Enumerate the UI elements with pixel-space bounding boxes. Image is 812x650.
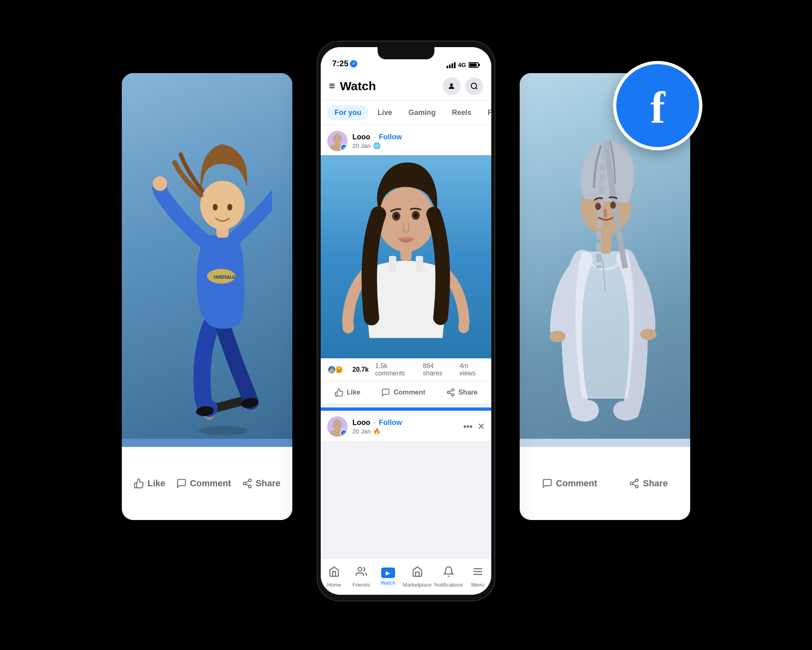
menu-icon[interactable]: ≡ bbox=[329, 80, 335, 92]
reactions-count: 20.7k bbox=[352, 366, 369, 373]
close-icon[interactable]: ✕ bbox=[477, 421, 485, 432]
svg-point-41 bbox=[333, 134, 342, 144]
comment-label-1: Comment bbox=[393, 388, 425, 396]
post-date-row-1: 20 Jan 🌐 bbox=[352, 142, 485, 150]
nav-item-marketplace[interactable]: Marketplace bbox=[403, 566, 432, 588]
friends-icon bbox=[356, 566, 367, 580]
nav-label-menu: Menu bbox=[471, 582, 485, 588]
profile-icon-button[interactable] bbox=[443, 77, 460, 95]
svg-line-56 bbox=[449, 390, 452, 392]
left-card-photo: YARDSALE bbox=[122, 73, 292, 439]
phone-notch bbox=[378, 47, 434, 59]
tab-live[interactable]: Live bbox=[370, 105, 400, 120]
left-comment-label: Comment bbox=[190, 478, 231, 489]
share-icon-1 bbox=[446, 388, 455, 397]
post-meta-2: Looo · Follow 20 Jan 🔥 bbox=[352, 418, 458, 435]
svg-line-29 bbox=[633, 481, 636, 483]
comment-icon-1 bbox=[381, 388, 390, 397]
svg-point-12 bbox=[213, 204, 218, 210]
right-comment-label: Comment bbox=[556, 478, 597, 489]
svg-point-27 bbox=[636, 485, 639, 488]
share-button-1[interactable]: Share bbox=[440, 384, 484, 401]
phone-shell: 7:25 ✓ 4G bbox=[317, 41, 495, 601]
reaction-icons-1: 👍 😆 bbox=[327, 365, 343, 374]
svg-line-17 bbox=[246, 484, 248, 486]
like-label-1: Like bbox=[347, 388, 361, 396]
svg-point-24 bbox=[610, 202, 616, 209]
app-header: ≡ Watch bbox=[321, 72, 491, 101]
svg-point-37 bbox=[450, 83, 453, 86]
svg-rect-31 bbox=[449, 65, 451, 68]
search-icon bbox=[470, 82, 478, 90]
post-actions-1: Like Comment Share bbox=[321, 381, 491, 403]
tab-following[interactable]: Following bbox=[480, 105, 491, 120]
tabs-row: For you Live Gaming Reels Following bbox=[321, 101, 491, 125]
nav-item-home[interactable]: Home bbox=[322, 566, 346, 588]
search-icon-button[interactable] bbox=[465, 77, 483, 95]
left-like-label: Like bbox=[147, 478, 165, 489]
svg-rect-45 bbox=[389, 256, 396, 272]
post-date-2: 20 Jan bbox=[352, 428, 371, 435]
app-title: Watch bbox=[340, 79, 443, 93]
svg-point-15 bbox=[243, 482, 246, 485]
views-count: 4m views bbox=[460, 362, 485, 377]
post-follow-1[interactable]: Follow bbox=[379, 133, 402, 141]
nav-item-friends[interactable]: Friends bbox=[349, 566, 374, 588]
nav-label-friends: Friends bbox=[352, 582, 370, 588]
watch-icon bbox=[381, 568, 395, 578]
svg-rect-35 bbox=[469, 63, 477, 67]
post-fire-icon: 🔥 bbox=[373, 428, 381, 435]
svg-point-51 bbox=[414, 214, 417, 217]
avatar-verified-1: ✓ bbox=[340, 144, 348, 151]
post-username-1: Looo bbox=[352, 133, 370, 141]
facebook-f-letter: f bbox=[650, 85, 665, 130]
right-card-actions: Comment Share bbox=[520, 447, 690, 520]
svg-point-0 bbox=[199, 426, 248, 436]
right-comment-button[interactable]: Comment bbox=[542, 478, 597, 489]
blue-progress-bar bbox=[321, 407, 491, 411]
post-stats-1: 👍 😆 20.7k 1.5k comments 884 shares 4m vi… bbox=[321, 358, 491, 381]
post-avatar-1: ✓ bbox=[327, 131, 348, 151]
svg-point-54 bbox=[452, 394, 454, 396]
post-image-1 bbox=[321, 155, 491, 358]
svg-point-38 bbox=[471, 83, 477, 88]
svg-point-52 bbox=[452, 389, 454, 391]
nav-label-marketplace: Marketplace bbox=[403, 582, 432, 588]
right-share-label: Share bbox=[643, 478, 667, 489]
post-avatar-2: ✓ bbox=[327, 416, 348, 437]
comment-button-1[interactable]: Comment bbox=[375, 384, 432, 401]
post-follow-2[interactable]: Follow bbox=[379, 418, 402, 427]
tab-reels[interactable]: Reels bbox=[445, 105, 479, 120]
battery-icon bbox=[469, 62, 480, 68]
post-header-2: ✓ Looo · Follow 20 Jan 🔥 bbox=[321, 411, 491, 441]
left-comment-button[interactable]: Comment bbox=[176, 478, 231, 489]
left-card-actions: Like Comment Share bbox=[122, 447, 292, 520]
svg-line-39 bbox=[476, 87, 477, 89]
nav-item-menu[interactable]: Menu bbox=[466, 566, 490, 588]
svg-text:YARDSALE: YARDSALE bbox=[213, 275, 235, 280]
more-options-icon[interactable]: ••• bbox=[463, 421, 473, 432]
left-share-button[interactable]: Share bbox=[242, 478, 281, 489]
share-label-1: Share bbox=[458, 388, 477, 396]
nav-item-notifications[interactable]: Notifications bbox=[434, 566, 463, 588]
post-card-2: ✓ Looo · Follow 20 Jan 🔥 bbox=[321, 407, 491, 441]
post-header-1: ✓ Looo · Follow 20 Jan 🌐 bbox=[321, 125, 491, 155]
right-share-button[interactable]: Share bbox=[629, 478, 667, 489]
like-reaction-icon: 👍 bbox=[327, 365, 336, 374]
svg-rect-46 bbox=[416, 256, 423, 272]
like-button-1[interactable]: Like bbox=[328, 384, 367, 401]
header-icons bbox=[443, 77, 483, 95]
tab-for-you[interactable]: For you bbox=[327, 105, 369, 120]
left-like-button[interactable]: Like bbox=[134, 478, 165, 489]
nav-item-watch[interactable]: Watch bbox=[376, 568, 400, 586]
svg-point-25 bbox=[636, 479, 639, 482]
like-icon-1 bbox=[335, 388, 343, 397]
tab-gaming[interactable]: Gaming bbox=[401, 105, 443, 120]
post-header-right-2: ••• ✕ bbox=[463, 421, 485, 432]
svg-rect-32 bbox=[451, 63, 453, 68]
verified-badge: ✓ bbox=[350, 60, 357, 67]
comments-count: 1.5k comments bbox=[375, 362, 417, 377]
svg-point-53 bbox=[447, 391, 450, 394]
left-share-label: Share bbox=[256, 478, 281, 489]
post-globe-icon-1: 🌐 bbox=[373, 142, 381, 150]
